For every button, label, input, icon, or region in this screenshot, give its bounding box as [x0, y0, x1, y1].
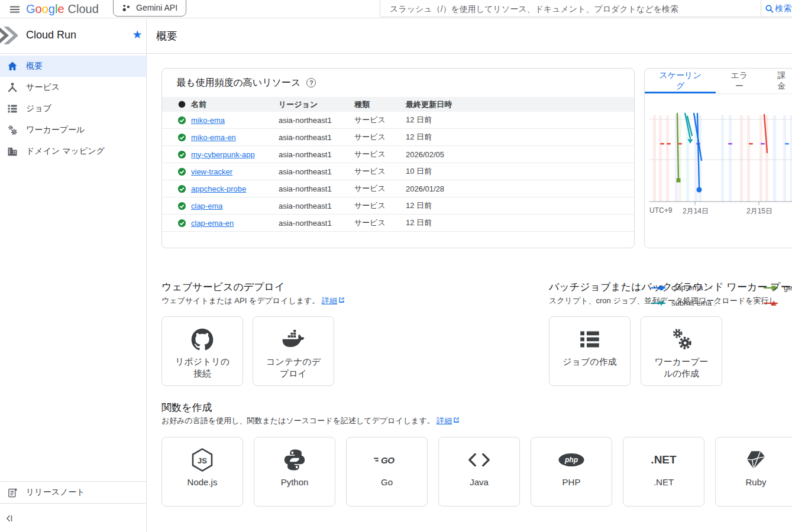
sidebar-collapse-divider: [0, 503, 146, 504]
check-circle-icon: [173, 116, 191, 125]
sidebar-item-label: ワーカープール: [26, 125, 85, 135]
tab-billing[interactable]: 課金: [762, 69, 792, 93]
search-icon: [765, 4, 774, 14]
language-java-card[interactable]: Java: [438, 437, 520, 507]
resource-link[interactable]: miko-ema-en: [191, 133, 236, 142]
create-job-card[interactable]: ジョブの作成: [549, 316, 631, 386]
resource-link[interactable]: miko-ema: [191, 116, 225, 125]
cell-updated: 2026/01/28: [406, 184, 634, 193]
sidebar-item-domain-mappings[interactable]: ドメイン マッピング: [0, 141, 146, 162]
cell-updated: 12 日前: [406, 200, 634, 211]
section-title-deploy-web: ウェブサービスのデプロイ: [161, 280, 285, 294]
nodejs-icon: JS: [189, 447, 215, 473]
cell-updated: 12 日前: [406, 132, 634, 142]
check-circle-icon: [173, 150, 191, 159]
x-tick-label: 2月15日: [744, 206, 775, 216]
jobs-list-icon: [577, 327, 602, 352]
release-notes-icon: [7, 486, 18, 498]
php-icon: php: [558, 452, 585, 468]
cloud-wordmark: Cloud: [68, 2, 99, 16]
jobs-list-icon-small: [7, 103, 18, 115]
sidebar-item-label: サービス: [26, 82, 60, 93]
learn-more-link[interactable]: 詳細: [322, 296, 337, 305]
timezone-label: UTC+9: [649, 206, 672, 215]
card-label: .NET: [654, 476, 674, 488]
table-row: appcheck-probeasia-northeast1サービス2026/01…: [162, 180, 634, 197]
cell-type: サービス: [354, 132, 406, 142]
section-title-deploy-batch: バッチジョブまたはバックグラウンド ワーカー プー: [549, 280, 790, 294]
card-label: Ruby: [745, 476, 766, 488]
star-icon[interactable]: ★: [131, 28, 144, 41]
column-header: 名前: [191, 99, 279, 110]
collapse-sidebar-button[interactable]: [5, 511, 22, 526]
sidebar-item-release-notes[interactable]: リリースノート: [0, 482, 146, 503]
language-dotnet-card[interactable]: .NET.NET: [623, 437, 704, 507]
section-subtitle-deploy-web: ウェブサイトまたは API をデプロイします。 詳細: [161, 296, 345, 306]
subtitle-text: ウェブサイトまたは API をデプロイします。: [161, 296, 319, 305]
cell-region: asia-northeast1: [279, 219, 354, 228]
sidebar-item-jobs[interactable]: ジョブ: [0, 98, 146, 119]
tab-scaling[interactable]: スケーリング: [645, 69, 716, 93]
cell-type: サービス: [354, 218, 406, 228]
learn-more-link[interactable]: 詳細: [437, 416, 452, 425]
cell-region: asia-northeast1: [279, 150, 354, 159]
column-header: 種類: [354, 99, 406, 110]
product-name: Cloud Run: [26, 29, 76, 41]
cell-type: サービス: [354, 149, 406, 160]
hamburger-icon: [9, 4, 20, 15]
cell-region: asia-northeast1: [279, 184, 354, 193]
language-php-card[interactable]: phpPHP: [531, 437, 612, 507]
status-dot-icon: [173, 100, 191, 108]
search-input[interactable]: [380, 0, 761, 17]
resource-link[interactable]: my-cyberpunk-app: [191, 150, 255, 159]
language-python-card[interactable]: Python: [254, 437, 335, 507]
resource-link[interactable]: appcheck-probe: [191, 184, 246, 193]
section-subtitle-deploy-batch: スクリプト、cron ジョブ、並列データ処理ワークロードを実行し: [549, 296, 777, 306]
table-header: 名前リージョン種類最終更新日時: [162, 97, 634, 112]
menu-button[interactable]: [4, 0, 26, 18]
project-selector[interactable]: Gemini API: [113, 0, 186, 17]
subtitle-text: お好みの言語を使用し、関数またはソースコードを記述してデプロイします。: [161, 416, 435, 425]
cell-type: サービス: [354, 166, 406, 177]
resource-link[interactable]: clap-ema: [191, 202, 222, 210]
check-circle-icon: [173, 133, 191, 142]
go-icon: GO: [373, 452, 400, 468]
cloud-run-icon: [0, 27, 18, 44]
table-body: miko-emaasia-northeast1サービス12 日前miko-ema…: [162, 112, 634, 232]
top-app-bar: Google Cloud Gemini API 検索: [0, 0, 792, 18]
language-ruby-card[interactable]: Ruby: [715, 437, 792, 507]
github-icon: [189, 326, 215, 352]
ruby-icon: [743, 447, 768, 472]
create-worker-pool-card[interactable]: ワーカープールの作成: [641, 316, 722, 386]
language-go-card[interactable]: GOGo: [346, 437, 428, 507]
sidebar-item-services[interactable]: サービス: [0, 77, 146, 98]
google-wordmark: Google: [26, 2, 64, 16]
card-label: リポジトリの接続: [173, 356, 232, 379]
resource-link[interactable]: view-tracker: [191, 167, 232, 176]
x-tick-label: 2月14日: [680, 206, 711, 216]
resource-link[interactable]: clap-ema-en: [191, 219, 234, 228]
cell-region: asia-northeast1: [279, 167, 354, 176]
help-icon[interactable]: ?: [306, 78, 316, 87]
table-row: clap-emaasia-northeast1サービス12 日前: [162, 197, 634, 215]
sidebar-item-label: ドメイン マッピング: [26, 146, 105, 157]
table-row: miko-emaasia-northeast1サービス12 日前: [162, 112, 634, 129]
sidebar-item-overview[interactable]: 概要: [0, 56, 146, 77]
scaling-chart: [649, 113, 792, 205]
check-circle-icon: [173, 184, 191, 193]
collapse-sidebar-icon: [5, 514, 14, 523]
cell-updated: 12 日前: [406, 115, 634, 125]
tab-errors[interactable]: エラー: [716, 69, 762, 93]
google-cloud-logo[interactable]: Google Cloud: [26, 0, 99, 18]
table-row: my-cyberpunk-appasia-northeast1サービス2026/…: [162, 146, 634, 163]
sidebar-item-worker-pools[interactable]: ワーカープール: [0, 119, 146, 141]
search-button[interactable]: 検索: [761, 0, 792, 17]
deploy-container-card[interactable]: コンテナのデプロイ: [253, 316, 334, 386]
card-title: 最も使用頻度の高いリソース: [176, 77, 300, 89]
language-nodejs-card[interactable]: JSNode.js: [161, 437, 243, 507]
table-row: clap-ema-enasia-northeast1サービス12 日前: [162, 215, 634, 232]
connect-repository-card[interactable]: リポジトリの接続: [161, 316, 243, 386]
project-dots-icon: [122, 4, 131, 12]
dotnet-icon: .NET: [651, 453, 676, 466]
check-circle-icon: [173, 219, 191, 228]
